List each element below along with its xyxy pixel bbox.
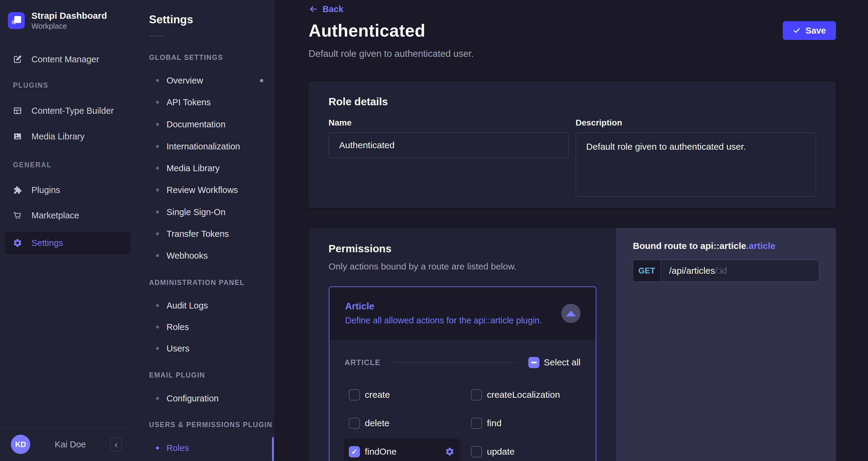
collapse-accordion-button[interactable] [561,304,581,323]
checkbox-delete[interactable] [349,418,360,429]
cart-icon [13,210,22,220]
user-area: KD Kai Doe ‹ [0,427,134,461]
sidebar-item-settings[interactable]: Settings [5,232,130,254]
bound-route-panel: Bound route to api::article.article GET … [616,228,836,461]
settings-item-admin-roles[interactable]: Roles [135,316,274,338]
title-divider [150,36,165,36]
settings-item-overview[interactable]: Overview [135,69,274,91]
settings-nav-title: Settings [149,13,193,26]
chevron-left-icon: ‹ [115,439,118,449]
sidebar-item-content-type-builder[interactable]: Content-Type Builder [5,100,130,122]
bullet-icon [156,397,159,400]
sidebar-item-label: Content-Type Builder [31,106,114,116]
settings-group-email-plugin: EMAIL PLUGIN [149,371,205,380]
settings-item-documentation[interactable]: Documentation [135,113,274,135]
bullet-icon [156,189,159,192]
description-textarea[interactable]: Default role given to authenticated user… [576,133,816,197]
permission-item-update: update [471,439,581,461]
permission-item-createlocalization: createLocalization [471,382,581,408]
main-content: Back Authenticated Default role given to… [274,0,868,461]
back-link[interactable]: Back [309,4,343,15]
bullet-icon [156,123,159,126]
advanced-settings-gear-icon[interactable] [445,447,455,457]
settings-item-transfer-tokens[interactable]: Transfer Tokens [135,223,274,245]
select-all-checkbox[interactable] [528,357,539,368]
accordion-title: Article [345,301,374,312]
checkbox-create[interactable] [349,389,360,401]
permission-item-find: find [471,410,581,436]
save-button[interactable]: Save [783,21,836,40]
chevron-up-icon [566,311,576,316]
route-path: /api/articles/:id [661,260,727,281]
sidebar-item-label: Media Library [31,132,85,142]
sidebar-section-general: GENERAL [13,161,52,169]
permissions-section: Permissions Only actions bound by a rout… [309,228,836,461]
settings-item-webhooks[interactable]: Webhooks [135,245,274,266]
sidebar-item-media-library[interactable]: Media Library [5,125,130,147]
sidebar-item-plugins[interactable]: Plugins [5,179,130,201]
bullet-icon [156,232,159,235]
settings-item-up-roles[interactable]: Roles [135,437,274,459]
permission-item-delete: delete [349,410,471,436]
settings-item-review-workflows[interactable]: Review Workflows [135,179,274,201]
page-title: Authenticated [309,21,426,40]
accordion-subtitle: Define all allowed actions for the api::… [345,316,542,325]
sidebar-section-plugins: PLUGINS [13,81,49,90]
bullet-icon [156,79,159,82]
strapi-logo-icon [8,12,25,29]
bullet-icon [156,325,159,328]
permissions-subtitle: Only actions bound by a route are listed… [329,261,517,271]
sidebar-item-label: Content Manager [31,54,99,64]
layout-icon [13,106,22,116]
bullet-icon [156,101,159,104]
permission-item-create: create [349,382,471,408]
collapse-sidebar-button[interactable]: ‹ [110,437,122,451]
route-highlight: .article [746,241,776,251]
bullet-icon [156,210,159,213]
workspace-title: Strapi Dashboard [31,10,107,21]
permissions-grid: create createLocalization delete fi [345,380,581,461]
settings-item-audit-logs[interactable]: Audit Logs [135,295,274,316]
user-name: Kai Doe [55,439,86,450]
sidebar-item-content-manager[interactable]: Content Manager [5,49,130,70]
active-item-indicator [272,437,274,461]
checkbox-findone[interactable] [349,446,360,457]
sidebar-item-label: Settings [31,238,63,248]
article-accordion-header[interactable]: Article Define all allowed actions for t… [330,287,596,340]
settings-group-global: GLOBAL SETTINGS [149,53,223,62]
settings-group-admin-panel: ADMINISTRATION PANEL [149,278,245,287]
description-field-group: Description Default role given to authen… [576,118,816,198]
article-accordion: Article Define all allowed actions for t… [329,286,596,461]
workspace-brand[interactable]: Strapi Dashboard Workplace [0,0,134,41]
permissions-card: Permissions Only actions bound by a rout… [309,228,616,461]
settings-item-email-configuration[interactable]: Configuration [135,387,274,409]
puzzle-icon [13,185,22,195]
settings-item-internationalization[interactable]: Internationalization [135,136,274,157]
bullet-icon [156,304,159,307]
gear-icon [13,238,22,248]
sidebar-item-label: Marketplace [31,210,79,221]
description-label: Description [576,118,816,128]
settings-group-users-permissions: USERS & PERMISSIONS PLUGIN [149,420,272,429]
settings-item-admin-users[interactable]: Users [135,338,274,359]
bullet-icon [156,347,159,350]
bullet-icon [156,167,159,170]
settings-item-api-tokens[interactable]: API Tokens [135,91,274,113]
settings-sidebar: Settings GLOBAL SETTINGS Overview API To… [135,0,274,461]
page-subtitle: Default role given to authenticated user… [309,49,473,59]
permission-group-label: ARTICLE [345,358,380,367]
sidebar-item-marketplace[interactable]: Marketplace [5,204,130,226]
bullet-icon [156,145,159,148]
pen-icon [13,54,22,64]
checkbox-update[interactable] [471,446,482,457]
name-input[interactable] [329,133,569,158]
settings-item-media-library[interactable]: Media Library [135,157,274,179]
select-all-row: ARTICLE Select all [345,356,581,369]
main-sidebar: Strapi Dashboard Workplace Content Manag… [0,0,135,461]
settings-item-single-sign-on[interactable]: Single Sign-On [135,201,274,223]
checkbox-find[interactable] [471,418,482,429]
route-box: GET /api/articles/:id [633,260,819,282]
checkbox-createlocalization[interactable] [471,389,482,401]
article-accordion-body: ARTICLE Select all create createLocaliza… [330,340,596,461]
bullet-icon [156,254,159,257]
